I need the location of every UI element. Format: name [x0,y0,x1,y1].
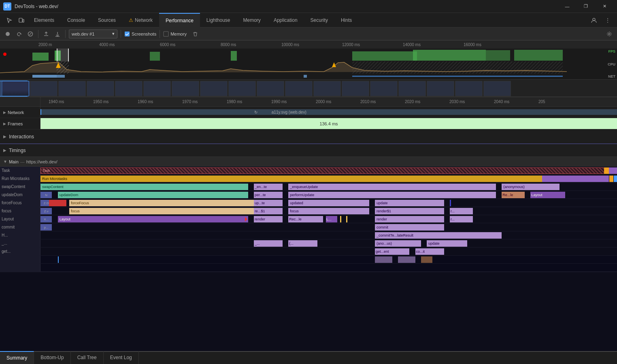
svg-rect-12 [231,51,237,61]
zv-block[interactable]: Z.v [40,208,52,214]
anonymous-block[interactable]: (anonymous) [502,184,559,190]
tab-sources[interactable]: Sources [91,13,122,28]
screenshot-thumb-1 [30,81,57,96]
svg-rect-11 [150,52,160,61]
cursor-icon[interactable] [3,14,15,26]
re-le-block[interactable]: Re...le [502,192,525,198]
network-track-content: a11y.svg (web.dev) ↻ [40,107,617,118]
screenshots-checkbox[interactable]: Screenshots [124,31,156,37]
dots-block[interactable]: (... [288,240,317,247]
x-block[interactable]: X... [40,216,52,222]
zd-red [49,200,66,206]
update-block[interactable]: update [375,200,444,206]
updated-block[interactable]: updated [288,200,369,206]
user-icon[interactable] [588,14,600,26]
toolbar-separator-4 [160,30,160,38]
svg-rect-0 [19,18,22,22]
settings-button[interactable] [605,30,614,38]
maximize-button[interactable]: ❐ [577,0,595,13]
run-microtasks-block[interactable]: Run Microtasks [40,176,542,182]
coit-block[interactable]: co...it [415,248,444,255]
device-toggle-icon[interactable] [15,14,28,26]
anon-small-block[interactable]: _... [254,240,283,247]
tab-console[interactable]: Console [61,13,91,28]
n-block[interactable]: N [40,192,52,198]
main-thread-header[interactable]: ▼ Main — https://web.dev/ [0,157,617,167]
upload-button[interactable] [42,30,51,38]
expand-arrow-network: ▶ [3,110,6,114]
screenshot-thumb-3 [87,81,114,96]
record-button[interactable] [3,30,12,38]
render1-block[interactable]: render$1 [375,208,444,214]
enqueueUpdate-block[interactable]: _enqueueUpdate [288,184,496,190]
minimize-button[interactable]: — [558,0,577,13]
timings-section[interactable]: ▶ Timings [0,144,617,157]
screenshot-thumb-12 [342,81,369,96]
per-te-block[interactable]: per...te [254,192,283,198]
updateDom-block[interactable]: updateDom [58,192,248,198]
interactions-section[interactable]: ▶ Interactions [0,129,617,144]
getent-block[interactable]: get...ent [375,248,409,255]
en-te-block[interactable]: _en...te [254,184,283,190]
recle-block[interactable]: Rec...le [288,216,323,222]
fps-chart: FPS [0,49,617,61]
tab-application[interactable]: Application [267,13,304,28]
reload-button[interactable] [15,30,23,38]
tab-summary[interactable]: Summary [0,351,34,364]
commitTe-row: H... _commitTe...lateResult [0,231,617,239]
p-block[interactable]: p... [40,224,52,231]
tab-event-log[interactable]: Event Log [104,351,139,364]
tab-bottom-up[interactable]: Bottom-Up [34,351,70,364]
update2-block[interactable]: update [427,240,467,247]
tab-elements[interactable]: Elements [28,13,61,28]
l-block[interactable]: L... [326,216,337,222]
render2-block[interactable]: render [375,216,444,222]
performUpdate-block[interactable]: performUpdate [288,192,496,198]
network-track[interactable]: ▶ Network a11y.svg (web.dev) ↻ [0,107,617,118]
close-button[interactable]: ✕ [595,0,614,13]
memory-checkbox[interactable]: Memory [163,31,187,37]
frames-track[interactable]: ▶ Frames 136.4 ms [0,118,617,129]
clear-button[interactable] [26,30,35,38]
tab-memory[interactable]: Memory [237,13,267,28]
tab-call-tree[interactable]: Call Tree [71,351,104,364]
ff-marker [450,200,451,206]
commitTe-block[interactable]: _commitTe...lateResult [375,232,502,239]
forceFocus-row: forceFocus Z.D forceFocus up...te update… [0,199,617,207]
more-options-icon[interactable]: ⋮ [602,14,614,26]
tab-hints[interactable]: Hints [334,13,358,28]
tab-network[interactable]: Network [122,13,159,28]
up-te-block[interactable]: up...te [254,200,283,206]
svg-rect-1 [23,19,24,22]
tab-lighthouse[interactable]: Lighthouse [200,13,237,28]
tab-performance[interactable]: Performance [159,13,200,28]
r-block-1[interactable]: r... [450,208,473,214]
layout-main-block[interactable]: Layout [58,216,248,222]
session-selector[interactable]: web.dev #1 ▾ [69,30,117,38]
commit-block[interactable]: commit [375,224,444,231]
r-block-2[interactable]: r... [450,216,473,222]
task-block[interactable]: Task Task [40,167,615,174]
network-track-label: ▶ Network [0,107,40,118]
marker-1 [58,256,59,263]
download-button[interactable] [53,30,62,38]
main-expand-arrow: ▼ [3,159,7,164]
ruler-tick-7: 14000 ms [403,42,421,47]
forceFocus-block[interactable]: forceFocus [69,200,254,206]
focus-block[interactable]: focus [69,208,254,214]
re-s1-block[interactable]: re...$1 [254,208,283,214]
delete-button[interactable] [191,30,200,38]
tab-security[interactable]: Security [304,13,334,28]
expand-arrow-frames: ▶ [3,122,6,126]
detail-tick-2010: 2010 ms [360,99,376,104]
anous-block[interactable]: (ano...us) [375,240,421,247]
render-block[interactable]: render [254,216,283,222]
layout-block-1[interactable]: Layout [530,192,565,198]
detail-tick-1960: 1960 ms [138,99,153,104]
layout-marker-2 [346,216,347,222]
timings-label: Timings [9,148,26,153]
fps-label: FPS [608,49,615,53]
screenshot-thumb-13 [370,81,398,96]
focus2-block[interactable]: focus [288,208,369,214]
swapContent-block[interactable]: swapContent [40,184,248,190]
